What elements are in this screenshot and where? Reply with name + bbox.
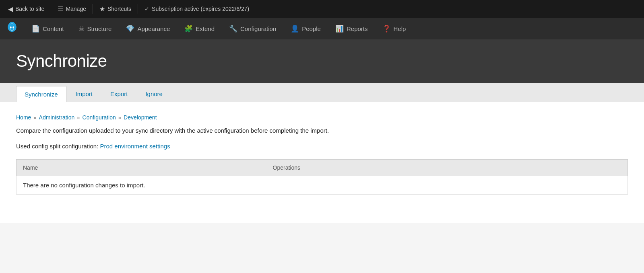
people-icon: 👤 [291,25,299,33]
nav-help[interactable]: ❓ Help [375,18,413,39]
config-table: Name Operations There are no configurati… [16,159,628,195]
breadcrumb-sep-2: » [77,115,80,121]
tabs-area: Synchronize Import Export Ignore [0,83,644,102]
reports-icon: 📊 [335,25,344,33]
manage-button[interactable]: ☰ Manage [54,0,90,18]
content-icon: 📄 [31,25,40,33]
separator-3 [138,4,138,14]
main-content: Home » Administration » Configuration » … [0,102,644,223]
breadcrumb-administration[interactable]: Administration [39,114,75,121]
breadcrumb-home[interactable]: Home [16,114,31,121]
page-header: Synchronize [0,39,644,83]
main-nav: 📄 Content ☠ Structure 💎 Appearance 🧩 Ext… [0,18,644,39]
nav-configuration[interactable]: 🔧 Configuration [222,18,283,39]
tab-ignore[interactable]: Ignore [137,86,171,102]
column-name: Name [17,159,266,176]
nav-people[interactable]: 👤 People [283,18,328,39]
svg-point-0 [10,27,12,29]
subscription-status: ✓ Subscription active (expires 2022/6/27… [140,6,253,12]
nav-structure[interactable]: ☠ Structure [71,18,119,39]
tab-synchronize[interactable]: Synchronize [16,86,66,102]
config-split-text: Used config split configuration: Prod en… [16,143,628,150]
breadcrumb-sep-1: » [33,115,36,121]
nav-content[interactable]: 📄 Content [24,18,71,39]
nav-appearance[interactable]: 💎 Appearance [119,18,177,39]
star-icon: ★ [99,5,105,13]
svg-point-1 [12,27,14,29]
breadcrumb-sep-3: » [118,115,121,121]
breadcrumb: Home » Administration » Configuration » … [16,114,628,121]
check-icon: ✓ [144,6,149,12]
nav-extend[interactable]: 🧩 Extend [177,18,222,39]
separator-1 [51,4,51,14]
appearance-icon: 💎 [126,25,134,33]
description-text: Compare the configuration uploaded to yo… [16,126,628,135]
extend-icon: 🧩 [184,25,193,33]
admin-bar: ◀ Back to site ☰ Manage ★ Shortcuts ✓ Su… [0,0,644,18]
config-split-link[interactable]: Prod environment settings [100,143,170,150]
tab-export[interactable]: Export [102,86,136,102]
configuration-icon: 🔧 [229,25,237,33]
menu-icon: ☰ [58,5,63,13]
tab-import[interactable]: Import [67,86,101,102]
shortcuts-button[interactable]: ★ Shortcuts [95,0,135,18]
nav-items: 📄 Content ☠ Structure 💎 Appearance 🧩 Ext… [24,18,413,39]
breadcrumb-development[interactable]: Development [124,114,157,121]
nav-reports[interactable]: 📊 Reports [328,18,375,39]
table-empty-row: There are no configuration changes to im… [17,176,628,194]
drupal-logo[interactable] [0,18,24,39]
table-header-row: Name Operations [17,159,628,176]
separator-2 [93,4,93,14]
breadcrumb-configuration[interactable]: Configuration [83,114,116,121]
empty-message: There are no configuration changes to im… [17,176,628,194]
column-operations: Operations [266,159,628,176]
back-arrow-icon: ◀ [8,5,13,13]
page-title: Synchronize [16,51,628,71]
help-icon: ❓ [382,25,391,33]
structure-icon: ☠ [78,25,85,33]
back-to-site-button[interactable]: ◀ Back to site [4,0,48,18]
